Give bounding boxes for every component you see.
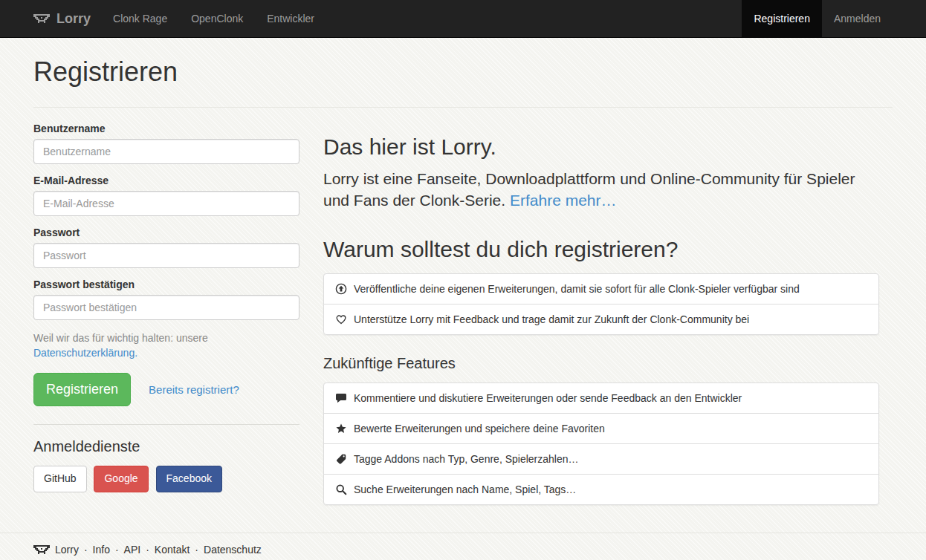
list-item: Unterstütze Lorry mit Feedback und trage… [323, 304, 879, 335]
list-item-text: Kommentiere und diskutiere Erweiterungen… [354, 391, 742, 406]
why-register-heading: Warum solltest du dich registrieren? [323, 237, 879, 261]
learn-more-link[interactable]: Erfahre mehr… [510, 192, 617, 209]
username-input[interactable] [33, 139, 300, 164]
why-register-list: Veröffentliche deine eigenen Erweiterung… [323, 273, 879, 335]
intro-heading: Das hier ist Lorry. [323, 134, 879, 159]
login-services-heading: Anmeldedienste [33, 438, 300, 455]
list-item-text: Suche Erweiterungen nach Name, Spiel, Ta… [354, 482, 576, 497]
footer-separator: · [84, 544, 88, 556]
future-features-list: Kommentiere und diskutiere Erweiterungen… [323, 382, 879, 505]
facebook-login-button[interactable]: Facebook [156, 466, 222, 492]
info-column: Das hier ist Lorry. Lorry ist eine Fanse… [323, 123, 879, 505]
privacy-note-text: Weil wir das für wichtig halten: unsere [33, 332, 208, 344]
list-item-text: Bewerte Erweiterungen und speichere dein… [354, 421, 605, 436]
list-item-text: Unterstütze Lorry mit Feedback und trage… [354, 312, 749, 327]
heart-icon [335, 313, 347, 325]
already-registered-link[interactable]: Bereits registriert? [149, 383, 239, 396]
page-title: Registrieren [33, 56, 893, 88]
navbar: Lorry Clonk Rage OpenClonk Entwickler Re… [0, 0, 926, 38]
footer-link-kontakt[interactable]: Kontakt [155, 544, 190, 556]
footer-separator: · [195, 544, 198, 556]
tag-icon [335, 453, 347, 465]
nav-item-registrieren[interactable]: Registrieren [742, 0, 821, 37]
privacy-note: Weil wir das für wichtig halten: unsere … [33, 331, 300, 361]
email-label: E-Mail-Adresse [33, 175, 300, 186]
brand-link[interactable]: Lorry [33, 0, 101, 37]
footer: Lorry · Info · API · Kontakt · Datenschu… [0, 533, 926, 560]
list-item-text: Tagge Addons nach Typ, Genre, Spielerzah… [354, 452, 579, 466]
password-label: Passwort [33, 227, 300, 238]
list-item: Kommentiere und diskutiere Erweiterungen… [323, 382, 879, 414]
password-confirm-input[interactable] [33, 295, 300, 320]
password-confirm-label: Passwort bestätigen [33, 279, 300, 290]
search-icon [335, 484, 347, 495]
nav-item-openclonk[interactable]: OpenClonk [179, 0, 255, 37]
footer-link-info[interactable]: Info [93, 544, 110, 556]
nav-item-clonk-rage[interactable]: Clonk Rage [101, 0, 179, 37]
list-item: Tagge Addons nach Typ, Genre, Spielerzah… [323, 443, 879, 475]
intro-text: Lorry ist eine Fanseite, Downloadplattfo… [323, 168, 879, 212]
email-input[interactable] [33, 191, 300, 216]
future-features-heading: Zukünftige Features [323, 355, 879, 372]
lorry-logo-icon [33, 14, 50, 23]
github-login-button[interactable]: GitHub [33, 466, 87, 492]
navbar-menu: Clonk Rage OpenClonk Entwickler [101, 0, 326, 37]
list-item: Veröffentliche deine eigenen Erweiterung… [323, 273, 879, 305]
footer-separator: · [146, 544, 149, 556]
footer-separator: · [115, 544, 119, 556]
circle-arrow-up-icon [335, 283, 347, 295]
nav-item-entwickler[interactable]: Entwickler [255, 0, 326, 37]
nav-item-anmelden[interactable]: Anmelden [822, 0, 893, 37]
footer-link-datenschutz[interactable]: Datenschutz [204, 544, 262, 556]
google-login-button[interactable]: Google [94, 466, 148, 492]
password-input[interactable] [33, 243, 300, 268]
divider [33, 424, 300, 425]
brand-label: Lorry [56, 11, 91, 27]
privacy-policy-link[interactable]: Datenschutzerklärung. [33, 347, 137, 359]
star-icon [335, 423, 347, 434]
lorry-footer-icon [33, 545, 50, 554]
comment-icon [335, 392, 347, 404]
page-header: Registrieren [33, 56, 893, 108]
username-label: Benutzername [33, 123, 300, 134]
list-item: Bewerte Erweiterungen und speichere dein… [323, 413, 879, 444]
registration-form: Benutzername E-Mail-Adresse Passwort Pas… [33, 123, 300, 492]
register-button[interactable]: Registrieren [33, 373, 131, 407]
list-item: Suche Erweiterungen nach Name, Spiel, Ta… [323, 474, 879, 505]
footer-link-api[interactable]: API [124, 544, 141, 556]
login-services: GitHub Google Facebook [33, 466, 300, 492]
list-item-text: Veröffentliche deine eigenen Erweiterung… [354, 281, 800, 296]
navbar-account-menu: Registrieren Anmelden [742, 0, 893, 37]
footer-link-lorry[interactable]: Lorry [55, 544, 79, 556]
